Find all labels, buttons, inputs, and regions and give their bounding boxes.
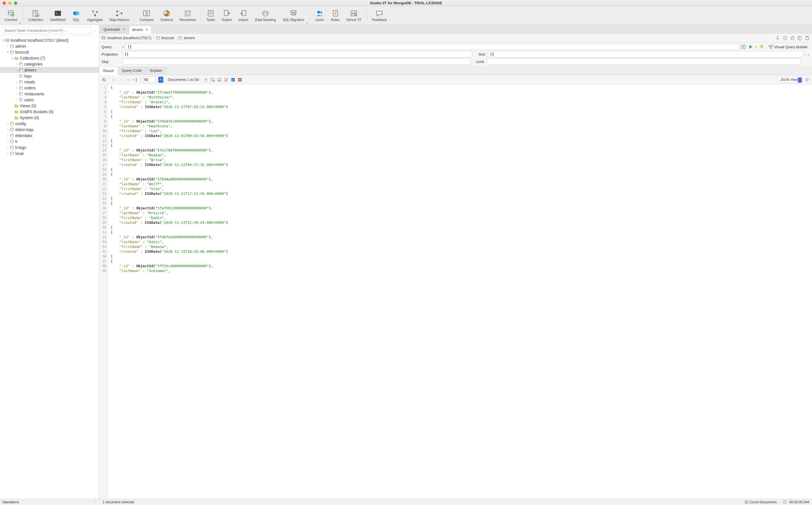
- tree-db-broccoli[interactable]: ▾ broccoli: [0, 49, 99, 55]
- settings-icon[interactable]: [805, 77, 810, 82]
- copy-icon[interactable]: [797, 35, 802, 40]
- operations-panel-toggle[interactable]: Operations: [2, 500, 94, 504]
- compare-button[interactable]: Compare: [137, 8, 156, 23]
- tab-query-code[interactable]: Query Code: [118, 67, 146, 74]
- chevron-down-icon[interactable]: ▾: [122, 45, 124, 48]
- star-icon[interactable]: [790, 35, 795, 40]
- chevron-down-icon[interactable]: ▾: [1, 39, 5, 42]
- window-zoom-icon[interactable]: [14, 1, 17, 5]
- tab-quickstart[interactable]: Quickstart ✕: [100, 25, 128, 33]
- sql-button[interactable]: SQL: [69, 8, 83, 23]
- tree-db-h[interactable]: ›h: [0, 139, 99, 144]
- collection-button[interactable]: Collection: [25, 8, 46, 23]
- first-page-icon[interactable]: |←: [112, 77, 118, 82]
- close-icon[interactable]: ✕: [146, 28, 148, 32]
- last-page-icon[interactable]: →|: [131, 77, 137, 82]
- tree-db-admin[interactable]: › admin: [0, 43, 99, 49]
- tab-drivers[interactable]: drivers ✕: [129, 25, 152, 33]
- tree-views-folder[interactable]: Views (0): [0, 103, 99, 109]
- hint-icon[interactable]: [759, 44, 764, 49]
- dropdown-arrow-icon[interactable]: ▾: [20, 22, 21, 25]
- import-button[interactable]: Import: [236, 8, 251, 23]
- schema-button[interactable]: Schema: [158, 8, 176, 23]
- close-icon[interactable]: ✕: [122, 27, 125, 31]
- sort-desc-icon[interactable]: ↓: [808, 52, 810, 57]
- tree-coll-restaurants[interactable]: ›restaurants: [0, 91, 99, 97]
- delete-document-icon[interactable]: [237, 77, 242, 82]
- json-viewer[interactable]: 1234567891011121314151617181920212223242…: [99, 85, 812, 499]
- tree-db-local[interactable]: ›local: [0, 150, 99, 156]
- breadcrumb-database[interactable]: broccoli: [156, 36, 174, 40]
- tree-coll-orders[interactable]: ›orders: [0, 85, 99, 91]
- tasks-button[interactable]: Tasks: [204, 8, 218, 23]
- export-button[interactable]: Export: [219, 8, 235, 23]
- collapse-sidebar-icon[interactable]: ‹: [93, 28, 97, 32]
- query-input[interactable]: [125, 44, 739, 50]
- tree-coll-logs[interactable]: ›logs: [0, 73, 99, 79]
- tab-result[interactable]: Result: [99, 67, 118, 75]
- dropdown-arrow-icon[interactable]: ▾: [306, 22, 308, 25]
- roles-button[interactable]: Roles: [328, 8, 342, 23]
- update-document-icon[interactable]: [231, 77, 236, 82]
- svg-point-33: [317, 11, 320, 14]
- skip-input[interactable]: [122, 58, 471, 65]
- connect-button[interactable]: Connect: [2, 8, 20, 23]
- tree-collections-folder[interactable]: ▾ Collections (7): [0, 55, 99, 61]
- page-size-dropdown[interactable]: ▾: [158, 76, 163, 83]
- aggregate-button[interactable]: Aggregate: [84, 8, 105, 23]
- breadcrumb-collection[interactable]: drivers: [178, 36, 195, 40]
- visual-query-builder-button[interactable]: Visual Query Builder: [767, 44, 810, 50]
- server-3t-button[interactable]: Server 3T: [344, 8, 364, 23]
- search-input[interactable]: [2, 27, 91, 34]
- sort-input[interactable]: [488, 51, 803, 57]
- view-mode-select[interactable]: JSON View: [778, 76, 803, 83]
- map-reduce-button[interactable]: Map-Reduce: [107, 8, 132, 23]
- lock-icon[interactable]: [203, 77, 208, 82]
- data-masking-button[interactable]: Data Masking: [252, 8, 278, 23]
- chevron-right-icon: ›: [153, 36, 154, 40]
- reschema-button[interactable]: Reschema: [177, 8, 199, 23]
- tree-gridfs-folder[interactable]: GridFS Buckets (0): [0, 109, 99, 115]
- tree-system-folder[interactable]: System (0): [0, 115, 99, 121]
- tab-explain[interactable]: Explain: [146, 67, 167, 74]
- tree-coll-meals[interactable]: ›meals: [0, 79, 99, 85]
- svg-point-12: [94, 14, 96, 16]
- history-icon[interactable]: [783, 35, 788, 40]
- projection-input[interactable]: [122, 51, 472, 57]
- chevron-up-icon[interactable]: ⌃: [94, 500, 97, 504]
- users-button[interactable]: Users: [312, 8, 327, 23]
- intellishell-button[interactable]: >_ IntelliShell: [47, 8, 68, 23]
- paste-icon[interactable]: [805, 35, 810, 40]
- tree-coll-categories[interactable]: ›categories: [0, 61, 99, 67]
- tree-db-eldon-logs[interactable]: ›eldon-logs: [0, 127, 99, 133]
- tree-db-config[interactable]: ›config: [0, 121, 99, 127]
- add-document-icon[interactable]: [210, 77, 215, 82]
- page-size-input[interactable]: [143, 76, 156, 83]
- json-code[interactable]: { "_id" : ObjectId("5fc0a47f000000000000…: [108, 85, 230, 499]
- run-query-icon[interactable]: [748, 44, 753, 49]
- import-icon: [239, 9, 247, 17]
- anchor-icon[interactable]: [775, 35, 780, 40]
- breadcrumb-connection[interactable]: localhost (localhost:27017): [101, 36, 152, 40]
- edit-query-icon[interactable]: [741, 44, 746, 49]
- sql-migration-button[interactable]: SQL SQL Migration: [280, 8, 307, 23]
- refresh-icon[interactable]: [101, 77, 106, 82]
- connection-tree[interactable]: ▾ localhost localhost:27017 [direct] › a…: [0, 36, 99, 499]
- tree-db-eldonlabs[interactable]: ›eldonlabs: [0, 133, 99, 139]
- feedback-button[interactable]: Feedback: [369, 8, 390, 23]
- tree-connection[interactable]: ▾ localhost localhost:27017 [direct]: [0, 37, 99, 43]
- view-document-icon[interactable]: [217, 77, 222, 82]
- dropdown-arrow-icon[interactable]: ▾: [756, 45, 757, 48]
- next-page-icon[interactable]: →: [125, 77, 130, 82]
- window-close-icon[interactable]: [3, 1, 6, 5]
- edit-document-icon[interactable]: [224, 77, 229, 82]
- tree-db-h-logs[interactable]: ›h-logs: [0, 144, 99, 150]
- svg-rect-21: [185, 14, 187, 16]
- count-documents-button[interactable]: Count Documents: [745, 500, 777, 504]
- sort-asc-icon[interactable]: ↑: [805, 52, 807, 57]
- window-minimize-icon[interactable]: [8, 1, 12, 5]
- prev-page-icon[interactable]: ←: [119, 77, 124, 82]
- tree-coll-users[interactable]: ›users: [0, 97, 99, 103]
- tree-coll-drivers[interactable]: ›drivers: [0, 67, 99, 73]
- limit-input[interactable]: [487, 58, 801, 65]
